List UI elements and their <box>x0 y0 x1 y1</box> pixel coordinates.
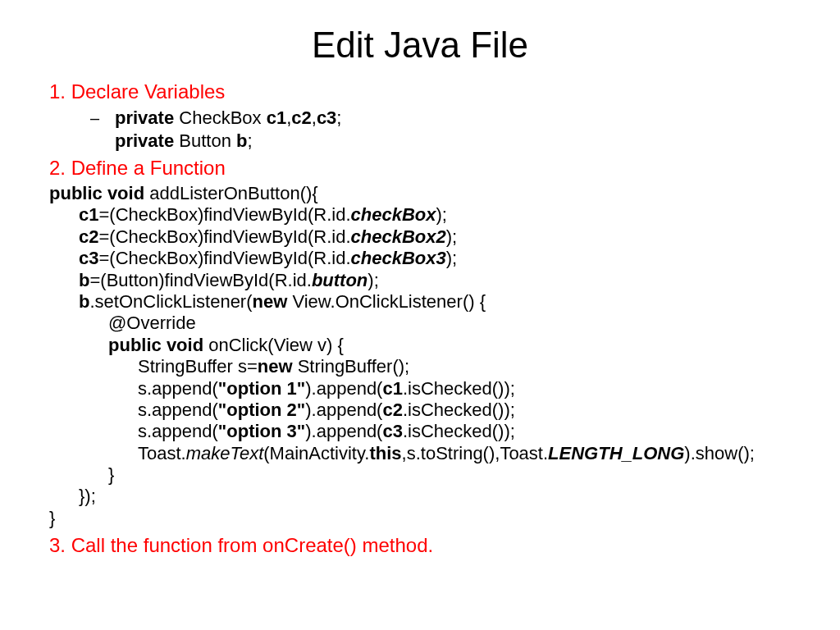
txt: s.append( <box>138 399 218 420</box>
line-listener: b.setOnClickListener(new View.OnClickLis… <box>49 291 791 313</box>
var: b <box>79 291 89 312</box>
txt: =(CheckBox)findViewById(R.id. <box>98 248 350 268</box>
kw-public-void: public void <box>49 183 144 203</box>
close-listener: }); <box>49 486 791 507</box>
var: c3 <box>79 248 98 268</box>
line-stringbuffer: StringBuffer s=new StringBuffer(); <box>49 356 791 377</box>
txt: addListerOnButton(){ <box>144 183 318 203</box>
section-2-heading: 2. Define a Function <box>49 157 791 180</box>
kw-private: private <box>115 107 174 128</box>
txt: ).append( <box>305 378 382 399</box>
str: "option 2" <box>218 399 305 420</box>
line-b: b=(Button)findViewById(R.id.button); <box>49 270 791 291</box>
section-1-heading: 1. Declare Variables <box>49 80 791 103</box>
bullet-dash: – <box>90 108 99 129</box>
id: button <box>312 270 368 290</box>
kw-private: private <box>115 130 174 151</box>
var: b <box>79 270 89 290</box>
code-block: public void addListerOnButton(){ c1=(Che… <box>49 183 791 529</box>
txt: .isChecked()); <box>403 399 515 420</box>
line-c1: c1=(CheckBox)findViewById(R.id.checkBox)… <box>49 204 791 226</box>
const: LENGTH_LONG <box>548 443 684 463</box>
txt: ; <box>336 107 341 128</box>
var: c3 <box>382 421 402 441</box>
var-c3: c3 <box>317 107 336 128</box>
txt: =(CheckBox)findViewById(R.id. <box>98 226 350 247</box>
txt: ).append( <box>305 399 382 420</box>
var: c2 <box>79 226 98 247</box>
str: "option 1" <box>218 378 305 399</box>
variable-declaration: – private CheckBox c1,c2,c3; private But… <box>115 107 791 152</box>
txt: ); <box>446 248 457 268</box>
var-b: b <box>236 130 247 151</box>
txt: .isChecked()); <box>403 421 515 441</box>
kw-public-void: public void <box>108 335 203 355</box>
txt: ,s.toString(),Toast. <box>402 443 549 463</box>
txt: .isChecked()); <box>403 378 515 399</box>
slide: Edit Java File 1. Declare Variables – pr… <box>0 0 840 585</box>
line-override: @Override <box>49 313 791 334</box>
txt: s.append( <box>138 378 218 399</box>
txt: ).append( <box>305 421 382 441</box>
txt: Button <box>174 130 236 151</box>
section-3-heading: 3. Call the function from onCreate() met… <box>49 534 791 557</box>
txt: ); <box>436 204 447 225</box>
txt: ).show(); <box>684 443 755 463</box>
var-c1: c1 <box>267 107 286 128</box>
line-onclick: public void onClick(View v) { <box>49 335 791 356</box>
txt: s.append( <box>138 421 218 441</box>
kw-new: new <box>253 291 288 312</box>
close-brace-inner: } <box>49 464 791 486</box>
id: checkBox2 <box>351 226 446 247</box>
line-append-1: s.append("option 1").append(c1.isChecked… <box>49 378 791 399</box>
txt: CheckBox <box>174 107 267 128</box>
txt: .setOnClickListener( <box>89 291 252 312</box>
line-toast: Toast.makeText(MainActivity.this,s.toStr… <box>49 443 791 464</box>
txt: ); <box>368 270 378 290</box>
line-c2: c2=(CheckBox)findViewById(R.id.checkBox2… <box>49 226 791 248</box>
line-append-2: s.append("option 2").append(c2.isChecked… <box>49 399 791 421</box>
method-signature: public void addListerOnButton(){ <box>49 183 791 204</box>
txt: StringBuffer s= <box>138 356 258 377</box>
txt: ); <box>446 226 457 247</box>
id: checkBox <box>351 204 436 225</box>
line-append-3: s.append("option 3").append(c3.isChecked… <box>49 421 791 442</box>
id: checkBox3 <box>351 248 446 268</box>
txt: View.OnClickListener() { <box>287 291 486 312</box>
str: "option 3" <box>218 421 305 441</box>
txt: (MainActivity. <box>263 443 369 463</box>
slide-title: Edit Java File <box>49 25 791 66</box>
txt: =(CheckBox)findViewById(R.id. <box>98 204 350 225</box>
txt: ; <box>247 130 252 151</box>
kw-this: this <box>369 443 401 463</box>
make-text: makeText <box>186 443 264 463</box>
var-c2: c2 <box>291 107 311 128</box>
var: c1 <box>382 378 402 399</box>
kw-new: new <box>258 356 293 377</box>
line-c3: c3=(CheckBox)findViewById(R.id.checkBox3… <box>49 248 791 269</box>
txt: =(Button)findViewById(R.id. <box>89 270 311 290</box>
txt: onClick(View v) { <box>203 335 344 355</box>
txt: StringBuffer(); <box>293 356 410 377</box>
txt: Toast. <box>138 443 186 463</box>
close-method: } <box>49 508 791 529</box>
var: c1 <box>79 204 98 225</box>
var: c2 <box>382 399 402 420</box>
